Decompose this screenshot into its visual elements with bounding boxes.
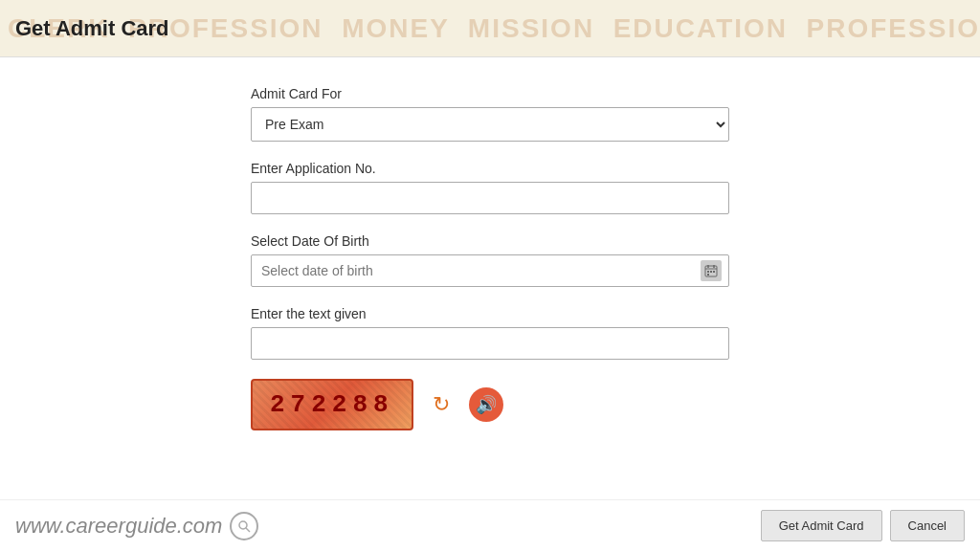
captcha-text-group: Enter the text given bbox=[251, 306, 729, 360]
dob-label: Select Date Of Birth bbox=[251, 233, 729, 249]
cancel-button[interactable]: Cancel bbox=[890, 510, 965, 541]
svg-rect-4 bbox=[707, 271, 709, 273]
application-no-label: Enter Application No. bbox=[251, 161, 729, 176]
captcha-text-label: Enter the text given bbox=[251, 306, 729, 321]
search-icon[interactable] bbox=[230, 512, 258, 540]
site-url: www.careerguide.com bbox=[15, 514, 222, 539]
application-no-group: Enter Application No. bbox=[251, 161, 729, 214]
refresh-captcha-button[interactable]: ↻ bbox=[425, 388, 457, 421]
audio-icon: 🔊 bbox=[476, 394, 497, 415]
admit-card-for-group: Admit Card For Pre Exam Main Exam bbox=[251, 86, 729, 142]
admit-card-for-select[interactable]: Pre Exam Main Exam bbox=[251, 107, 729, 142]
page-header: CLERK PROFESSION MONEY MISSION EDUCATION… bbox=[0, 0, 980, 57]
dob-input[interactable] bbox=[251, 254, 729, 287]
refresh-icon: ↻ bbox=[433, 392, 450, 417]
main-content: Admit Card For Pre Exam Main Exam Enter … bbox=[0, 57, 980, 459]
svg-rect-5 bbox=[710, 271, 712, 273]
application-no-input[interactable] bbox=[251, 182, 729, 214]
captcha-text-input[interactable] bbox=[251, 327, 729, 360]
captcha-image: 272288 bbox=[251, 379, 413, 430]
dob-group: Select Date Of Birth bbox=[251, 233, 729, 287]
site-link: www.careerguide.com bbox=[15, 512, 258, 540]
action-buttons: Get Admit Card Cancel bbox=[761, 510, 965, 541]
bottom-bar: www.careerguide.com Get Admit Card Cance… bbox=[0, 499, 980, 551]
svg-rect-6 bbox=[713, 271, 715, 273]
get-admit-card-button[interactable]: Get Admit Card bbox=[761, 510, 882, 541]
calendar-icon[interactable] bbox=[701, 260, 722, 281]
admit-card-for-label: Admit Card For bbox=[251, 86, 729, 101]
page-title: Get Admit Card bbox=[15, 16, 169, 41]
svg-rect-7 bbox=[707, 274, 709, 276]
captcha-row: 272288 ↻ 🔊 bbox=[251, 379, 729, 430]
dob-input-wrapper bbox=[251, 254, 729, 287]
svg-point-8 bbox=[239, 521, 247, 529]
svg-line-9 bbox=[246, 528, 250, 532]
form-container: Admit Card For Pre Exam Main Exam Enter … bbox=[251, 86, 729, 450]
audio-captcha-button[interactable]: 🔊 bbox=[469, 387, 503, 422]
